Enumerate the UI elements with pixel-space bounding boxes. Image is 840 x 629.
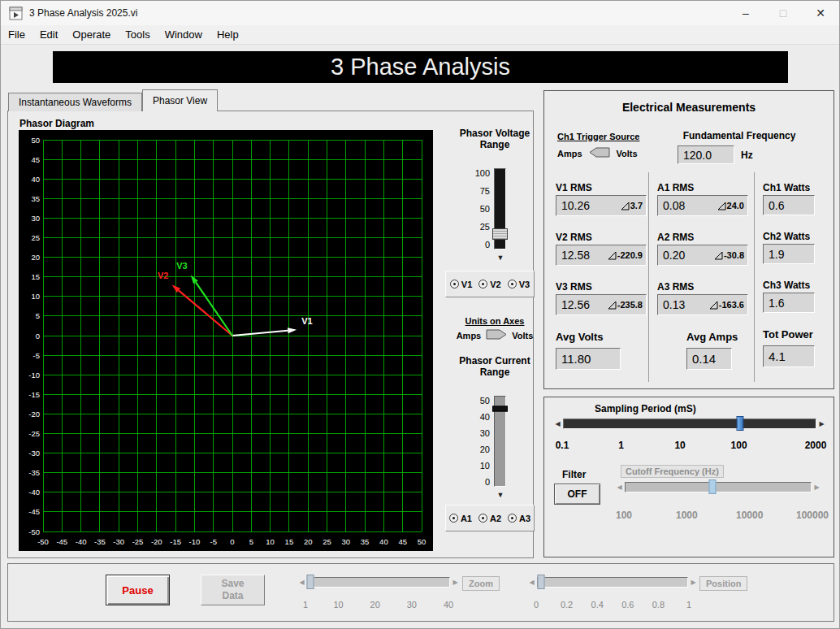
radio-label: A2 xyxy=(490,514,501,523)
zoom-caption: Zoom xyxy=(462,576,500,591)
menu-help[interactable]: Help xyxy=(210,28,246,41)
v1-rms-display: 10.26 3.7 xyxy=(556,195,647,216)
svg-text:-50: -50 xyxy=(28,527,40,536)
filter-off-button[interactable]: OFF xyxy=(554,484,600,505)
pause-button[interactable]: Pause xyxy=(106,575,170,605)
menu-tools[interactable]: Tools xyxy=(118,28,157,41)
tab-phasor-view[interactable]: Phasor View xyxy=(142,89,218,111)
angle-icon xyxy=(608,301,617,310)
tab-instantaneous-waveforms[interactable]: Instantaneous Waveforms xyxy=(8,93,142,111)
tick-label: 20 xyxy=(370,600,380,609)
slider-right-arrow-icon[interactable]: ▶ xyxy=(813,484,821,491)
rms-angle: -220.9 xyxy=(617,250,643,260)
units-toggle[interactable] xyxy=(486,329,507,341)
transport-bar: Pause Save Data ◀ ▶ Zoom 110203040 ◀ ▶ P… xyxy=(7,563,834,622)
svg-text:V1: V1 xyxy=(301,316,312,326)
svg-text:10: 10 xyxy=(31,292,40,301)
svg-text:40: 40 xyxy=(379,537,388,546)
svg-text:-35: -35 xyxy=(28,468,40,477)
trigger-toggle[interactable] xyxy=(589,147,610,159)
labview-vi-icon xyxy=(9,7,23,20)
svg-text:15: 15 xyxy=(31,272,40,281)
slider-left-arrow-icon[interactable]: ◀ xyxy=(554,421,561,427)
tick-label: 0.6 xyxy=(621,600,634,609)
radio-v1[interactable]: V1 xyxy=(450,280,472,289)
slider-left-arrow-icon[interactable]: ◀ xyxy=(616,484,623,491)
save-data-button[interactable]: Save Data xyxy=(201,575,265,605)
voltage-range-decrement-icon[interactable]: ▼ xyxy=(494,254,507,262)
amps-rms-column: A1 RMS 0.08 24.0 A2 RMS 0.20 -30.8 A3 RM… xyxy=(648,172,754,382)
tick-label: 10 xyxy=(333,600,343,609)
tick-label: 50 xyxy=(480,396,490,406)
tick-label: 100000 xyxy=(796,510,829,521)
zoom-slider: ◀ ▶ xyxy=(298,577,459,588)
avg-amps-label: Avg Amps xyxy=(686,331,754,345)
position-track[interactable] xyxy=(537,577,688,588)
ch3-watts-label: Ch3 Watts xyxy=(763,280,832,292)
sampling-period-scale: 0.11101002000 xyxy=(562,440,816,452)
radio-a3[interactable]: A3 xyxy=(508,514,530,523)
rms-value: 0.20 xyxy=(663,249,685,262)
svg-text:45: 45 xyxy=(31,155,40,164)
radio-v2[interactable]: V2 xyxy=(478,280,500,289)
maximize-button[interactable]: □ xyxy=(764,1,802,25)
slider-left-arrow-icon[interactable]: ◀ xyxy=(528,579,535,586)
zoom-thumb[interactable] xyxy=(307,575,314,589)
voltage-range-track[interactable] xyxy=(494,168,506,249)
current-range-decrement-icon[interactable]: ▼ xyxy=(494,492,507,499)
banner: 3 Phase Analysis xyxy=(53,51,788,83)
watts-column: Ch1 Watts 0.6 Ch2 Watts 1.9 Ch3 Watts 1.… xyxy=(754,172,832,382)
radio-icon xyxy=(478,514,487,523)
window-title: 3 Phase Analysis 2025.vi xyxy=(29,7,137,19)
tick-label: 20 xyxy=(480,445,490,454)
voltage-range-thumb[interactable] xyxy=(492,228,508,240)
tick-label: 10000 xyxy=(736,510,763,521)
rms-value: 0.13 xyxy=(663,298,685,311)
zoom-track[interactable] xyxy=(307,577,450,588)
tick-label: 100 xyxy=(731,440,747,451)
slider-right-arrow-icon[interactable]: ▶ xyxy=(690,579,697,586)
cutoff-frequency-track[interactable] xyxy=(625,482,812,492)
svg-text:45: 45 xyxy=(398,537,407,546)
close-button[interactable]: ✕ xyxy=(802,1,839,25)
slider-left-arrow-icon[interactable]: ◀ xyxy=(298,579,305,586)
window-controls: – □ ✕ xyxy=(727,1,839,25)
position-thumb[interactable] xyxy=(537,575,544,589)
menubar: File Edit Operate Tools Window Help xyxy=(1,25,839,45)
svg-text:50: 50 xyxy=(418,537,426,546)
tick-label: 0.1 xyxy=(556,440,569,451)
avg-amps-value: 0.14 xyxy=(692,352,716,366)
a3-rms-label: A3 RMS xyxy=(657,281,754,293)
menu-edit[interactable]: Edit xyxy=(32,28,65,41)
menu-window[interactable]: Window xyxy=(158,28,210,41)
current-range-thumb[interactable] xyxy=(492,406,508,412)
radio-v3[interactable]: V3 xyxy=(508,280,530,289)
svg-text:-40: -40 xyxy=(76,537,87,546)
trigger-source-group: Ch1 Trigger Source Amps Volts xyxy=(557,132,639,159)
menu-operate[interactable]: Operate xyxy=(65,28,118,41)
sampling-period-track[interactable] xyxy=(563,419,816,429)
units-volts-label: Volts xyxy=(512,331,533,341)
v2-rms-display: 12.58 -220.9 xyxy=(556,245,647,266)
svg-text:-10: -10 xyxy=(189,537,201,546)
svg-text:-30: -30 xyxy=(113,537,124,546)
tick-label: 40 xyxy=(444,600,453,609)
svg-text:0: 0 xyxy=(36,332,40,341)
phasor-voltage-range-label: Phasor Voltage Range xyxy=(449,128,540,151)
volts-rms-column: V1 RMS 10.26 3.7 V2 RMS 12.58 -220.9 V3 … xyxy=(548,172,648,382)
current-range-track[interactable] xyxy=(494,396,506,487)
titlebar: 3 Phase Analysis 2025.vi – □ ✕ xyxy=(1,1,839,25)
menu-file[interactable]: File xyxy=(1,28,32,41)
minimize-button[interactable]: – xyxy=(727,1,764,25)
angle-icon xyxy=(717,202,726,210)
tabstrip: Instantaneous Waveforms Phasor View xyxy=(8,89,218,111)
fundamental-frequency-input[interactable]: 120.0 xyxy=(678,145,734,164)
slider-right-arrow-icon[interactable]: ▶ xyxy=(818,421,825,427)
sampling-period-thumb[interactable] xyxy=(737,416,744,431)
radio-a1[interactable]: A1 xyxy=(449,514,472,523)
radio-a2[interactable]: A2 xyxy=(478,514,501,523)
cutoff-frequency-thumb[interactable] xyxy=(709,479,717,494)
slider-right-arrow-icon[interactable]: ▶ xyxy=(452,579,459,586)
angle-icon xyxy=(709,301,718,310)
svg-text:-5: -5 xyxy=(210,537,216,546)
